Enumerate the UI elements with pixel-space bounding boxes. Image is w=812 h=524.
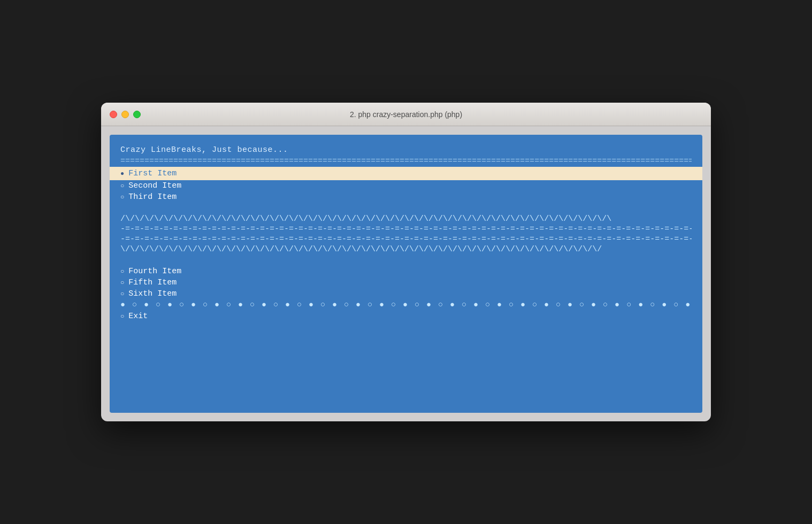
- separator-top: ========================================…: [120, 157, 692, 166]
- maximize-button[interactable]: [133, 111, 141, 118]
- menu-item-fourth[interactable]: ○ Fourth Item: [120, 266, 692, 277]
- titlebar: 2. php crazy-separation.php (php): [101, 103, 711, 126]
- second-item-label: Second Item: [128, 181, 181, 190]
- first-item-label: First Item: [128, 169, 177, 178]
- third-item-label: Third Item: [128, 192, 177, 202]
- bullet-second: ○: [120, 182, 124, 190]
- close-button[interactable]: [110, 111, 117, 118]
- fifth-item-label: Fifth Item: [128, 278, 177, 287]
- menu-item-fifth[interactable]: ○ Fifth Item: [120, 277, 692, 288]
- menu-item-sixth[interactable]: ○ Sixth Item: [120, 288, 692, 299]
- window-title: 2. php crazy-separation.php (php): [350, 110, 462, 119]
- dots-line: ● ○ ● ○ ● ○ ● ○ ● ○ ● ○ ● ○ ● ○ ● ○ ● ○ …: [120, 300, 692, 310]
- bullet-fifth: ○: [120, 279, 124, 287]
- menu-item-second[interactable]: ○ Second Item: [120, 180, 692, 191]
- minimize-button[interactable]: [121, 111, 129, 118]
- terminal-header: Crazy LineBreaks, Just because...: [120, 145, 692, 155]
- sixth-item-label: Sixth Item: [128, 289, 177, 298]
- bullet-sixth: ○: [120, 290, 124, 298]
- menu-item-third[interactable]: ○ Third Item: [120, 191, 692, 203]
- exit-label: Exit: [128, 312, 148, 321]
- blank-2: [120, 255, 692, 266]
- bullet-fourth: ○: [120, 268, 124, 275]
- zigzag-bottom: \/\/\/\/\/\/\/\/\/\/\/\/\/\/\/\/\/\/\/\/…: [120, 245, 692, 254]
- bullet-exit: ○: [120, 313, 124, 320]
- traffic-lights: [110, 111, 141, 118]
- zigzag-top: /\/\/\/\/\/\/\/\/\/\/\/\/\/\/\/\/\/\/\/\…: [120, 214, 692, 224]
- bullet-third: ○: [120, 194, 124, 201]
- terminal: Crazy LineBreaks, Just because... ======…: [110, 135, 702, 413]
- window: 2. php crazy-separation.php (php) Crazy …: [101, 103, 711, 421]
- menu-item-exit[interactable]: ○ Exit: [120, 311, 692, 322]
- menu-item-first[interactable]: ● First Item: [110, 167, 702, 180]
- blank-1: [120, 203, 692, 213]
- dashdot-bottom: -=-=-=-=-=-=-=-=-=-=-=-=-=-=-=-=-=-=-=-=…: [120, 235, 692, 244]
- bullet-first: ●: [120, 170, 124, 178]
- fourth-item-label: Fourth Item: [128, 267, 181, 276]
- dashdot-top: -=-=-=-=-=-=-=-=-=-=-=-=-=-=-=-=-=-=-=-=…: [120, 225, 692, 234]
